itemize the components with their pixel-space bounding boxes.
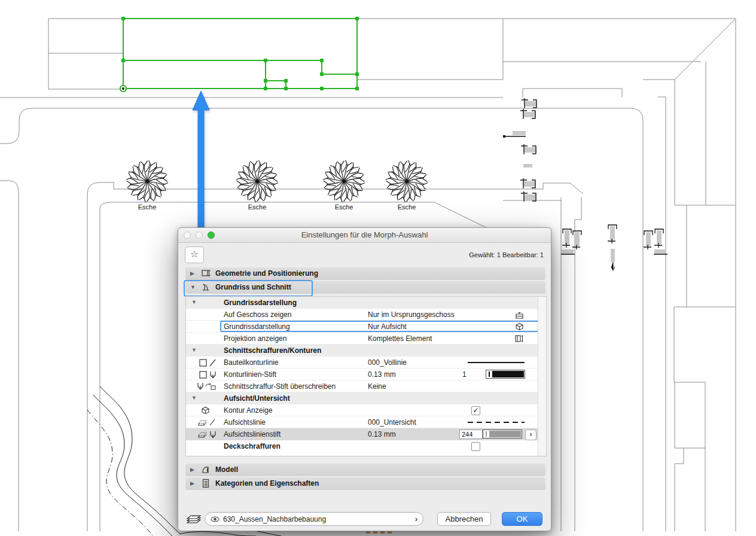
row-value[interactable]: Nur im Ursprungsgeschoss — [368, 310, 455, 319]
expanded-triangle-icon[interactable]: ▼ — [191, 347, 197, 353]
pen-color-swatch-gray[interactable] — [483, 430, 522, 438]
row-value[interactable]: Keine — [368, 382, 386, 391]
slab-pen-icon — [198, 430, 220, 440]
row-label: Konturlinien-Stift — [224, 370, 276, 379]
selected-morph[interactable] — [120, 17, 359, 92]
grundriss-settings-panel: ▼ Grundrissdarstellung Auf Geschoss zeig… — [185, 296, 547, 456]
layers-icon — [185, 511, 202, 525]
row-label: Deckschraffuren — [224, 442, 281, 450]
morph-settings-dialog: Einstellungen für die Morph-Auswahl ☆ Ge… — [178, 227, 551, 531]
row-kontur-anzeige[interactable]: Kontur Anzeige ✓ — [186, 404, 538, 416]
row-label: Projektion anzeigen — [224, 334, 286, 343]
row-value[interactable]: 000_Untersicht — [368, 418, 416, 427]
row-value[interactable]: 000_Vollinie — [368, 358, 407, 367]
row-label: Auf Geschoss zeigen — [224, 310, 291, 319]
section-label: Kategorien und Eigenschaften — [215, 479, 319, 488]
row-value[interactable]: Komplettes Element — [368, 334, 432, 343]
fill-pen-icon — [199, 370, 220, 380]
section-label: Geometrie und Positionierung — [215, 269, 318, 278]
dialog-footer: 630_Aussen_Nachbarbebauung › Abbrechen O… — [178, 503, 551, 531]
row-schnittschraffur-stift[interactable]: Schnittschraffur-Stift überschreiben Kei… — [186, 380, 538, 392]
row-value[interactable]: Nur Aufsicht — [368, 322, 407, 331]
group-header-schnittschraffuren[interactable]: ▼ Schnittschraffuren/Konturen — [186, 345, 538, 357]
row-label: Grundrissdarstellung — [224, 322, 290, 331]
row-value[interactable]: 0.13 mm — [368, 430, 396, 438]
row-label: Schnittschraffur-Stift überschreiben — [224, 382, 336, 391]
expanded-triangle-icon[interactable]: ▼ — [190, 284, 196, 290]
morph-vertex-handles[interactable] — [121, 17, 359, 90]
line-type-preview-solid[interactable] — [468, 362, 525, 363]
cube-icon — [200, 406, 211, 415]
section-geometrie[interactable]: ▶ Geometrie und Positionierung — [185, 267, 545, 280]
group-header-label: Grundrissdarstellung — [224, 299, 297, 307]
section-label: Grundriss und Schnitt — [215, 283, 291, 291]
row-deckschraffuren[interactable]: Deckschraffuren — [186, 440, 538, 452]
collapsed-triangle-icon[interactable]: ▶ — [190, 270, 194, 276]
tree-label: Esche — [138, 203, 157, 211]
row-bauteilkonturlinie[interactable]: Bauteilkonturlinie 000_Vollinie — [186, 357, 538, 368]
eye-icon — [210, 515, 220, 523]
row-value[interactable]: 0.13 mm — [368, 370, 396, 379]
projection-icon — [514, 334, 525, 343]
line-type-preview-dashed[interactable] — [468, 422, 525, 423]
pen-number-input[interactable] — [459, 430, 483, 439]
geometry-icon — [201, 269, 211, 278]
archicad-workspace: Esche Esche Esche Esche — [0, 0, 756, 536]
properties-icon — [201, 479, 211, 488]
cube-icon — [514, 322, 525, 331]
row-label: Aufsichtslinienstift — [224, 430, 281, 438]
section-kategorien[interactable]: ▶ Kategorien und Eigenschaften — [185, 477, 545, 490]
layer-name: 630_Aussen_Nachbarbebauung — [223, 515, 326, 523]
favorites-button[interactable]: ☆ — [185, 246, 204, 263]
group-header-label: Aufsicht/Untersicht — [224, 394, 290, 403]
morph-origin-handle[interactable] — [120, 86, 126, 92]
pen-color-swatch-black[interactable] — [486, 370, 525, 379]
plan-section-icon — [201, 282, 211, 292]
trees: Esche Esche Esche Esche — [124, 158, 429, 211]
row-grundrissdarstellung[interactable]: Grundrissdarstellung Nur Aufsicht — [186, 321, 538, 333]
row-aufsichtslinie[interactable]: Aufsichtslinie 000_Untersicht — [186, 416, 538, 428]
group-header-grundrissdarstellung[interactable]: ▼ Grundrissdarstellung — [186, 297, 538, 309]
row-label: Bauteilkonturlinie — [224, 358, 278, 367]
group-header-label: Schnittschraffuren/Konturen — [224, 346, 321, 355]
kontur-anzeige-checkbox[interactable]: ✓ — [471, 406, 480, 415]
panel-scrollbar-track[interactable] — [538, 297, 546, 456]
dialog-titlebar[interactable]: Einstellungen für die Morph-Auswahl — [178, 228, 551, 243]
tree-label: Esche — [335, 203, 353, 211]
expanded-triangle-icon[interactable]: ▼ — [191, 395, 197, 401]
expanded-triangle-icon[interactable]: ▼ — [191, 299, 197, 305]
pen-number[interactable]: 1 — [462, 370, 467, 379]
slab-line-icon — [198, 418, 220, 427]
selection-status: Gewählt: 1 Bearbeitbar: 1 — [469, 251, 544, 258]
tree-label: Esche — [248, 203, 267, 211]
row-aufsichtslinienstift[interactable]: Aufsichtslinienstift 0.13 mm › — [186, 428, 538, 440]
story-icon — [514, 310, 525, 319]
fill-line-icon — [199, 358, 220, 367]
row-label: Aufsichtslinie — [224, 418, 266, 427]
model-icon — [201, 465, 211, 474]
deckschraffuren-checkbox[interactable] — [471, 442, 480, 451]
cancel-button[interactable]: Abbrechen — [437, 512, 491, 526]
layer-selector[interactable]: 630_Aussen_Nachbarbebauung › — [205, 512, 423, 526]
section-label: Modell — [215, 465, 238, 474]
row-projektion-anzeigen[interactable]: Projektion anzeigen Komplettes Element — [186, 333, 538, 345]
dialog-title: Einstellungen für die Morph-Auswahl — [178, 230, 551, 239]
pen-override-icon — [197, 382, 221, 392]
row-label: Kontur Anzeige — [224, 406, 272, 415]
collapsed-triangle-icon[interactable]: ▶ — [190, 467, 194, 473]
tree-label: Esche — [398, 203, 416, 211]
section-grundriss[interactable]: ▼ Grundriss und Schnitt — [185, 281, 545, 294]
pen-picker-button[interactable]: › — [525, 430, 536, 440]
row-konturlinien-stift[interactable]: Konturlinien-Stift 0.13 mm 1 — [186, 368, 538, 380]
section-modell[interactable]: ▶ Modell — [185, 464, 545, 476]
group-header-aufsicht[interactable]: ▼ Aufsicht/Untersicht — [186, 392, 538, 404]
row-auf-geschoss-zeigen[interactable]: Auf Geschoss zeigen Nur im Ursprungsgesc… — [186, 309, 538, 321]
ok-button[interactable]: OK — [502, 512, 542, 526]
chevron-right-icon[interactable]: › — [415, 514, 417, 523]
collapsed-triangle-icon[interactable]: ▶ — [190, 480, 194, 486]
